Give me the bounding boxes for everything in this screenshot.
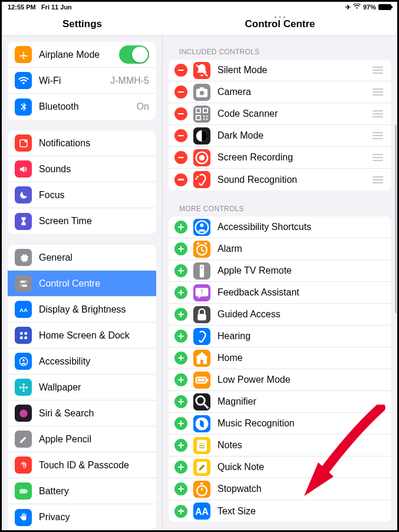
control-label: Dark Mode [217, 130, 371, 141]
add-button[interactable] [174, 286, 187, 299]
sidebar-item-focus[interactable]: Focus [8, 182, 156, 208]
remove-button[interactable] [174, 173, 187, 186]
svg-rect-31 [206, 115, 207, 116]
remove-button[interactable] [174, 129, 187, 142]
svg-text:AA: AA [19, 306, 27, 313]
sidebar-item-sounds[interactable]: Sounds [8, 156, 156, 182]
lock-icon [193, 306, 210, 323]
qrcode-icon [193, 106, 210, 123]
add-button[interactable] [174, 461, 187, 474]
title-bar: Settings • • • Control Centre [2, 12, 397, 36]
svg-rect-28 [203, 108, 207, 112]
svg-point-38 [200, 223, 203, 226]
settings-sidebar[interactable]: Airplane ModeWi-FiJ-MMH-5BluetoothOn Not… [2, 36, 163, 530]
remove-button[interactable] [174, 64, 187, 77]
add-button[interactable] [174, 439, 187, 452]
sidebar-item-apple-pencil[interactable]: Apple Pencil [8, 426, 156, 452]
remove-button[interactable] [174, 86, 187, 98]
add-button[interactable] [174, 221, 187, 234]
sidebar-item-label: Wi-Fi [39, 75, 110, 86]
drag-handle-icon[interactable] [371, 176, 384, 183]
sidebar-item-label: Accessibility [39, 356, 149, 367]
sidebar-item-privacy[interactable]: Privacy [8, 504, 156, 530]
svg-rect-27 [196, 108, 200, 112]
control-row-guided-access: Guided Access [169, 304, 391, 326]
sidebar-item-touchid-passcode[interactable]: Touch ID & Passcode [8, 452, 156, 478]
svg-text:!: ! [201, 287, 203, 295]
sidebar-item-wallpaper[interactable]: Wallpaper [8, 375, 156, 400]
sidebar-item-battery[interactable]: Battery [8, 478, 156, 504]
svg-text:AA: AA [195, 507, 209, 517]
camera-icon [193, 84, 210, 101]
svg-point-36 [199, 155, 205, 160]
svg-point-18 [19, 409, 28, 418]
add-button[interactable] [174, 330, 187, 343]
svg-rect-7 [20, 332, 23, 335]
svg-point-5 [20, 284, 22, 286]
control-row-music-recognition: Music Recognition [169, 413, 391, 435]
sidebar-item-general[interactable]: General [8, 245, 156, 271]
add-button[interactable] [174, 505, 187, 518]
add-button[interactable] [174, 417, 187, 430]
sidebar-item-accessibility[interactable]: Accessibility [8, 349, 156, 375]
control-label: Notes [217, 440, 384, 451]
svg-line-48 [204, 404, 208, 408]
control-label: Feedback Assistant [217, 287, 384, 298]
add-button[interactable] [174, 264, 187, 277]
add-button[interactable] [174, 242, 187, 255]
control-row-home: Home [169, 347, 391, 369]
svg-point-1 [24, 140, 27, 143]
add-button[interactable] [174, 482, 187, 495]
drag-handle-icon[interactable] [371, 132, 384, 139]
control-row-quick-note: Quick Note [169, 457, 391, 478]
scrollbar-indicator[interactable] [395, 124, 397, 313]
drag-handle-icon[interactable] [371, 88, 384, 96]
flower-icon [15, 379, 32, 396]
sidebar-item-display-brightness[interactable]: AADisplay & Brightness [8, 297, 156, 323]
wifi-icon [15, 72, 32, 89]
sidebar-item-siri-search[interactable]: Siri & Search [8, 400, 156, 426]
svg-rect-46 [197, 379, 205, 382]
control-centre-detail[interactable]: Included Controls Silent ModeCameraCode … [163, 36, 397, 530]
svg-point-3 [25, 281, 27, 283]
svg-rect-57 [200, 482, 203, 484]
svg-rect-9 [20, 336, 23, 339]
sidebar-item-screen-time[interactable]: Screen Time [8, 208, 156, 234]
control-row-silent-mode: Silent Mode [169, 60, 391, 81]
battery-icon [378, 4, 391, 10]
sidebar-item-home-screen-dock[interactable]: Home Screen & Dock [8, 323, 156, 349]
drag-handle-icon[interactable] [371, 154, 384, 161]
sidebar-item-label: Bluetooth [39, 101, 137, 112]
svg-rect-8 [24, 332, 27, 335]
siri-icon [15, 405, 32, 422]
toggle-switch[interactable] [119, 45, 149, 64]
control-label: Music Recognition [217, 418, 384, 429]
add-button[interactable] [174, 352, 187, 364]
remove-button[interactable] [174, 107, 187, 120]
control-label: Stopwatch [217, 484, 384, 494]
multitasking-dots-icon[interactable]: • • • [274, 14, 285, 22]
drag-handle-icon[interactable] [371, 67, 384, 74]
sidebar-item-wifi[interactable]: Wi-FiJ-MMH-5 [8, 68, 156, 94]
drag-handle-icon[interactable] [371, 110, 384, 117]
magnify-icon [193, 393, 210, 411]
remove-button[interactable] [174, 151, 187, 164]
record-icon [193, 149, 210, 166]
sidebar-item-airplane-mode[interactable]: Airplane Mode [8, 42, 156, 68]
add-button[interactable] [174, 308, 187, 321]
sidebar-item-notifications[interactable]: Notifications [8, 130, 156, 156]
svg-rect-43 [197, 314, 206, 320]
sidebar-item-label: Home Screen & Dock [39, 330, 149, 341]
add-button[interactable] [174, 395, 187, 408]
status-bar: 12:55 PM Fri 11 Jun ✈︎ 97% [2, 2, 397, 12]
control-label: Silent Mode [217, 65, 371, 75]
sidebar-item-label: Notifications [39, 138, 149, 149]
stopwatch-icon [193, 481, 210, 498]
svg-point-13 [22, 386, 25, 389]
sidebar-item-control-centre[interactable]: Control Centre [8, 271, 156, 297]
add-button[interactable] [174, 373, 187, 386]
svg-rect-40 [200, 264, 204, 277]
ear-wave-icon [193, 171, 210, 188]
sidebar-item-bluetooth[interactable]: BluetoothOn [8, 94, 156, 120]
battery-icon [15, 482, 32, 500]
